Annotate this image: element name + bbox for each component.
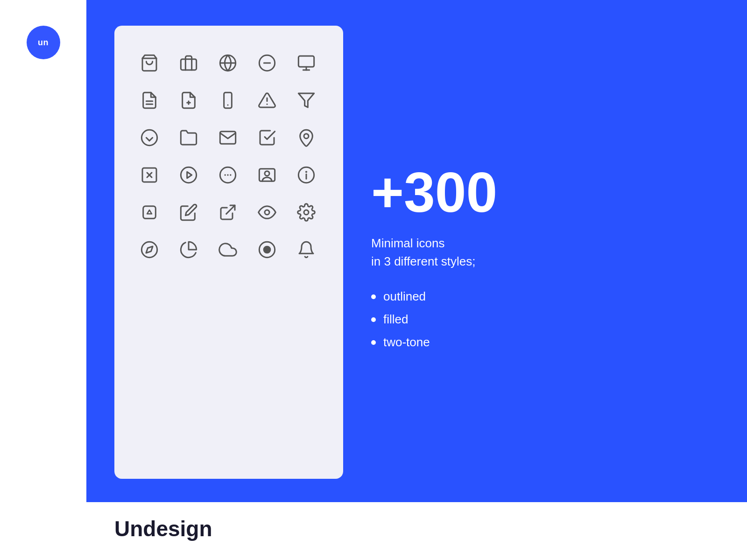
svg-point-26 bbox=[227, 174, 228, 175]
icon-play-circle bbox=[170, 156, 207, 194]
svg-point-40 bbox=[263, 246, 271, 254]
icon-document bbox=[131, 82, 168, 119]
svg-point-36 bbox=[304, 210, 309, 215]
icon-phone bbox=[209, 82, 247, 119]
avatar: un bbox=[27, 26, 60, 59]
bullet-twotone: two-tone bbox=[371, 335, 719, 350]
svg-rect-5 bbox=[298, 56, 314, 67]
icon-bell bbox=[288, 231, 325, 268]
icon-contact-card bbox=[248, 156, 286, 194]
icon-monitor bbox=[288, 44, 325, 82]
icon-share bbox=[209, 194, 247, 231]
icon-bag bbox=[131, 44, 168, 82]
icon-eye bbox=[248, 194, 286, 231]
bullet-outlined: outlined bbox=[371, 289, 719, 304]
right-panel: +300 Minimal icons in 3 different styles… bbox=[86, 0, 747, 560]
svg-point-35 bbox=[265, 210, 269, 215]
icon-dots-circle bbox=[209, 156, 247, 194]
svg-marker-16 bbox=[298, 93, 314, 107]
icon-document-plus bbox=[170, 82, 207, 119]
icon-pie-chart bbox=[170, 231, 207, 268]
icon-x-square bbox=[131, 156, 168, 194]
icon-compass bbox=[131, 231, 168, 268]
svg-rect-12 bbox=[224, 92, 232, 108]
bullet-dot-twotone bbox=[371, 340, 376, 345]
text-side: +300 Minimal icons in 3 different styles… bbox=[371, 26, 719, 479]
svg-rect-33 bbox=[143, 206, 156, 219]
icon-checkbox bbox=[248, 119, 286, 156]
svg-rect-1 bbox=[181, 59, 196, 70]
icon-triangle-warning bbox=[248, 82, 286, 119]
icon-triangle-square bbox=[131, 194, 168, 231]
svg-point-29 bbox=[265, 171, 269, 176]
icon-shape-minus bbox=[248, 44, 286, 82]
big-number: +300 bbox=[371, 164, 719, 220]
subtitle: Minimal icons in 3 different styles; bbox=[371, 234, 719, 271]
bottom-bar: Undesign bbox=[86, 502, 747, 560]
icon-cloud bbox=[209, 231, 247, 268]
icon-location-pin bbox=[288, 119, 325, 156]
bullet-dot-filled bbox=[371, 317, 376, 322]
svg-marker-38 bbox=[146, 246, 153, 253]
bullet-filled: filled bbox=[371, 312, 719, 327]
icon-card bbox=[114, 26, 343, 479]
icon-filter bbox=[288, 82, 325, 119]
bullet-list: outlined filled two-tone bbox=[371, 289, 719, 350]
icon-grid bbox=[131, 44, 327, 268]
icon-folder bbox=[170, 119, 207, 156]
icon-pencil bbox=[170, 194, 207, 231]
svg-point-17 bbox=[141, 130, 157, 145]
svg-point-22 bbox=[181, 167, 196, 182]
icon-briefcase bbox=[170, 44, 207, 82]
svg-line-34 bbox=[226, 205, 235, 214]
icon-envelope bbox=[209, 119, 247, 156]
svg-point-27 bbox=[230, 174, 231, 175]
svg-marker-23 bbox=[187, 172, 192, 178]
icon-info-circle bbox=[288, 156, 325, 194]
svg-point-18 bbox=[304, 134, 309, 139]
icon-settings bbox=[288, 194, 325, 231]
svg-point-25 bbox=[225, 174, 226, 175]
icon-chevron-circle-down bbox=[131, 119, 168, 156]
bullet-dot-outlined bbox=[371, 294, 376, 299]
svg-point-37 bbox=[141, 242, 157, 257]
main-content: +300 Minimal icons in 3 different styles… bbox=[86, 0, 747, 502]
icon-radio-circle bbox=[248, 231, 286, 268]
icon-globe bbox=[209, 44, 247, 82]
left-panel: un bbox=[0, 0, 86, 560]
brand-name: Undesign bbox=[114, 517, 212, 541]
